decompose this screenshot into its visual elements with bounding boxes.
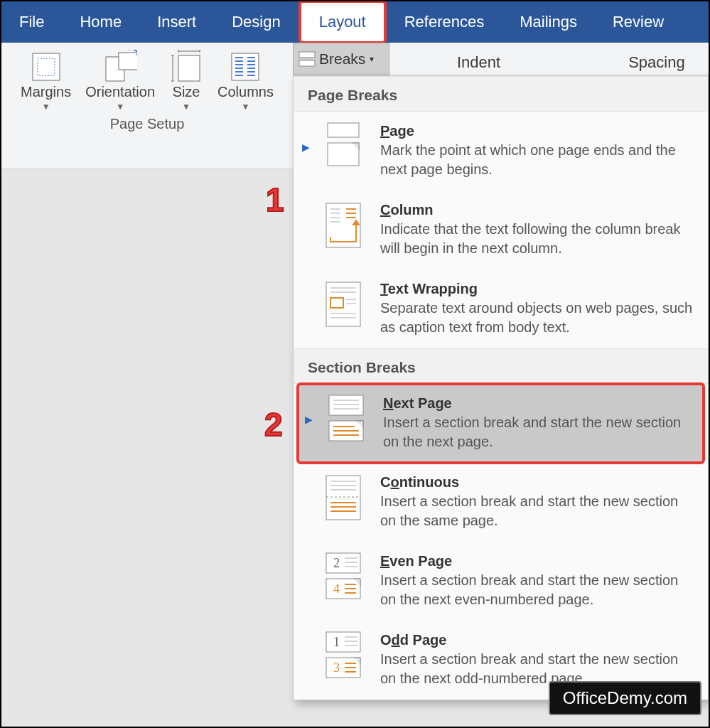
- page-break-icon: [323, 122, 367, 168]
- tab-design[interactable]: Design: [214, 1, 298, 43]
- tab-mailings[interactable]: Mailings: [502, 1, 595, 43]
- orientation-label: Orientation: [85, 84, 155, 100]
- svg-rect-72: [326, 632, 360, 652]
- svg-text:3: 3: [333, 660, 340, 675]
- margins-icon: [29, 50, 63, 84]
- svg-rect-46: [329, 395, 363, 415]
- next-page-icon: [326, 394, 370, 444]
- svg-rect-26: [299, 60, 315, 66]
- size-button[interactable]: Size ▼: [162, 47, 210, 113]
- callout-2: 2: [264, 405, 283, 444]
- item-title: Continuous: [380, 473, 695, 492]
- svg-rect-0: [33, 53, 60, 80]
- columns-button[interactable]: Columns ▼: [210, 47, 281, 113]
- break-text-wrapping[interactable]: Text Wrapping Separate text around objec…: [294, 269, 708, 348]
- continuous-icon: [323, 473, 367, 523]
- svg-rect-28: [328, 143, 359, 166]
- svg-rect-27: [328, 123, 359, 137]
- svg-rect-25: [299, 52, 315, 58]
- tab-layout[interactable]: Layout: [298, 0, 387, 44]
- svg-text:2: 2: [333, 556, 340, 570]
- margins-label: Margins: [21, 84, 71, 100]
- tab-file[interactable]: File: [1, 1, 62, 43]
- break-column[interactable]: Column Indicate that the text following …: [294, 191, 708, 269]
- break-page[interactable]: ▶ Page Mark the point at which one page …: [294, 112, 708, 191]
- callout-1: 1: [266, 181, 284, 219]
- breaks-label: Breaks: [319, 50, 365, 68]
- dropdown-caret-icon: ▾: [370, 54, 374, 64]
- svg-text:1: 1: [333, 635, 340, 649]
- columns-label: Columns: [217, 84, 274, 100]
- svg-text:4: 4: [333, 582, 340, 596]
- odd-page-icon: 13: [323, 631, 367, 680]
- item-desc: Separate text around objects on web page…: [380, 299, 695, 337]
- tab-insert[interactable]: Insert: [139, 1, 214, 43]
- tab-review[interactable]: Review: [595, 1, 682, 43]
- text-wrapping-icon: [323, 279, 367, 329]
- orientation-icon: [103, 50, 137, 84]
- columns-icon: [228, 50, 262, 84]
- item-title: Even Page: [380, 552, 695, 571]
- spacing-label: Spacing: [628, 53, 685, 72]
- break-even-page[interactable]: 24 Even Page Insert a section break and …: [294, 542, 708, 621]
- item-title: Next Page: [383, 394, 692, 413]
- orientation-button[interactable]: Orientation ▼: [78, 47, 162, 113]
- column-break-icon: [323, 200, 367, 250]
- indent-label: Indent: [457, 53, 500, 72]
- ribbon-tabs: File Home Insert Design Layout Reference…: [1, 1, 709, 43]
- svg-rect-5: [178, 55, 200, 81]
- item-title: Text Wrapping: [380, 279, 695, 299]
- svg-rect-3: [119, 53, 137, 70]
- item-desc: Insert a section break and start the new…: [380, 492, 695, 530]
- item-desc: Mark the point at which one page ends an…: [380, 141, 695, 179]
- dropdown-caret-icon: ▼: [116, 102, 124, 112]
- break-next-page[interactable]: ▶ Next Page Insert a section break and s…: [296, 382, 705, 464]
- breaks-dropdown: Page Breaks ▶ Page Mark the point at whi…: [293, 75, 709, 700]
- item-desc: Insert a section break and start the new…: [380, 571, 695, 609]
- breaks-icon: [298, 51, 316, 67]
- item-title: Column: [380, 200, 695, 220]
- selection-arrow-icon: ▶: [305, 414, 313, 425]
- dropdown-caret-icon: ▼: [242, 102, 250, 112]
- breaks-button[interactable]: Breaks ▾: [293, 43, 389, 75]
- selection-arrow-icon: ▶: [302, 141, 311, 153]
- svg-rect-54: [326, 476, 360, 520]
- item-desc: Indicate that the text following the col…: [380, 220, 695, 258]
- dropdown-section-page-breaks: Page Breaks: [294, 76, 708, 112]
- dropdown-caret-icon: ▼: [42, 102, 50, 112]
- watermark: OfficeDemy.com: [549, 681, 701, 715]
- item-title: Odd Page: [380, 631, 695, 650]
- svg-rect-62: [326, 553, 360, 573]
- size-label: Size: [173, 84, 200, 100]
- size-icon: [169, 50, 203, 84]
- break-continuous[interactable]: Continuous Insert a section break and st…: [294, 463, 708, 542]
- dropdown-section-section-breaks: Section Breaks: [294, 348, 708, 384]
- even-page-icon: 24: [323, 552, 367, 601]
- item-title: Page: [380, 122, 695, 141]
- item-desc: Insert a section break and start the new…: [383, 413, 692, 451]
- dropdown-caret-icon: ▼: [182, 102, 190, 112]
- tab-references[interactable]: References: [387, 1, 502, 43]
- margins-button[interactable]: Margins ▼: [14, 47, 78, 113]
- page-setup-label: Page Setup: [110, 116, 185, 132]
- page-setup-group: Margins ▼ Orientation ▼ Size ▼: [1, 43, 293, 168]
- tab-home[interactable]: Home: [62, 1, 139, 43]
